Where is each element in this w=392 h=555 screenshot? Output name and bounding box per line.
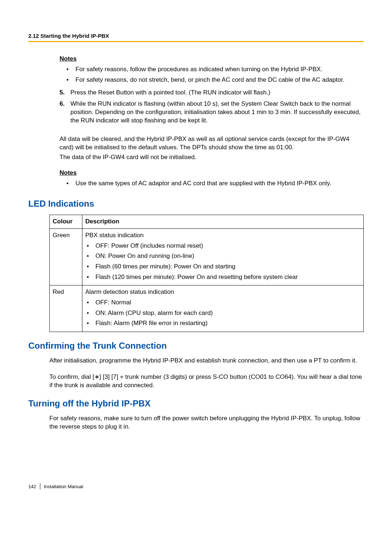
paragraph: After initialisation, programme the Hybr… bbox=[49, 357, 364, 365]
bullet-text: Flash: Alarm (MPR file error in restarti… bbox=[95, 319, 208, 328]
bullet-text: OFF: Power Off (includes normal reset) bbox=[95, 242, 203, 251]
trunk-connection-heading: Confirming the Trunk Connection bbox=[28, 341, 364, 351]
accent-bar bbox=[28, 41, 364, 42]
bullet-text: Flash (60 times per minute): Power On an… bbox=[95, 262, 236, 271]
bullet-text: OFF: Normal bbox=[95, 298, 131, 307]
notes-list: •For safety reasons, follow the procedur… bbox=[60, 65, 364, 84]
step-number: 5. bbox=[60, 89, 70, 97]
bullet-text: ON: Power On and running (on-line) bbox=[95, 252, 194, 261]
desc-title: Alarm detection status indication bbox=[85, 288, 174, 295]
step-number: 6. bbox=[60, 100, 70, 125]
notes-heading: Notes bbox=[60, 169, 364, 177]
cell-colour: Red bbox=[50, 285, 82, 332]
bullet-icon: • bbox=[85, 242, 95, 251]
note-text: Use the same types of AC adaptor and AC … bbox=[75, 179, 331, 188]
bullet-icon: • bbox=[85, 298, 95, 307]
th-colour: Colour bbox=[50, 215, 82, 229]
bullet-icon: • bbox=[85, 252, 95, 261]
step-list: 5.Press the Reset Button with a pointed … bbox=[60, 89, 364, 125]
notes-list: •Use the same types of AC adaptor and AC… bbox=[60, 179, 364, 188]
led-indications-heading: LED Indications bbox=[28, 199, 364, 209]
bullet-icon: • bbox=[85, 309, 95, 318]
bullet-icon: • bbox=[85, 319, 95, 328]
bullet-icon: • bbox=[85, 273, 95, 282]
bullet-icon: • bbox=[60, 179, 75, 188]
bullet-icon: • bbox=[60, 65, 75, 74]
bullet-text: Flash (120 times per minute): Power On a… bbox=[95, 273, 298, 282]
paragraph: All data will be cleared, and the Hybrid… bbox=[60, 135, 364, 152]
paragraph: For safety reasons, make sure to turn of… bbox=[49, 414, 364, 431]
bullet-text: ON: Alarm (CPU stop, alarm for each card… bbox=[95, 309, 213, 318]
th-description: Description bbox=[82, 215, 364, 229]
desc-title: PBX status indication bbox=[85, 232, 144, 239]
step-text: Press the Reset Button with a pointed to… bbox=[70, 89, 270, 97]
bullet-icon: • bbox=[60, 76, 75, 84]
paragraph: The data of the IP-GW4 card will not be … bbox=[60, 153, 364, 162]
paragraph: To confirm, dial [∗] [3] [7] + trunk num… bbox=[49, 373, 364, 390]
table-row: Red Alarm detection status indication •O… bbox=[50, 285, 364, 332]
cell-colour: Green bbox=[50, 229, 82, 285]
turn-off-heading: Turning off the Hybrid IP-PBX bbox=[28, 398, 364, 409]
step-text: While the RUN indicator is flashing (wit… bbox=[70, 100, 364, 125]
note-text: For safety reasons, follow the procedure… bbox=[75, 65, 322, 74]
table-row: Green PBX status indication •OFF: Power … bbox=[50, 229, 364, 285]
cell-description: PBX status indication •OFF: Power Off (i… bbox=[82, 229, 364, 285]
led-table: Colour Description Green PBX status indi… bbox=[49, 215, 364, 332]
page-header: 2.12 Starting the Hybrid IP-PBX bbox=[28, 33, 364, 39]
cell-description: Alarm detection status indication •OFF: … bbox=[82, 285, 364, 332]
notes-heading: Notes bbox=[60, 55, 364, 62]
note-text: For safety reasons, do not stretch, bend… bbox=[75, 76, 344, 84]
bullet-icon: • bbox=[85, 262, 95, 271]
